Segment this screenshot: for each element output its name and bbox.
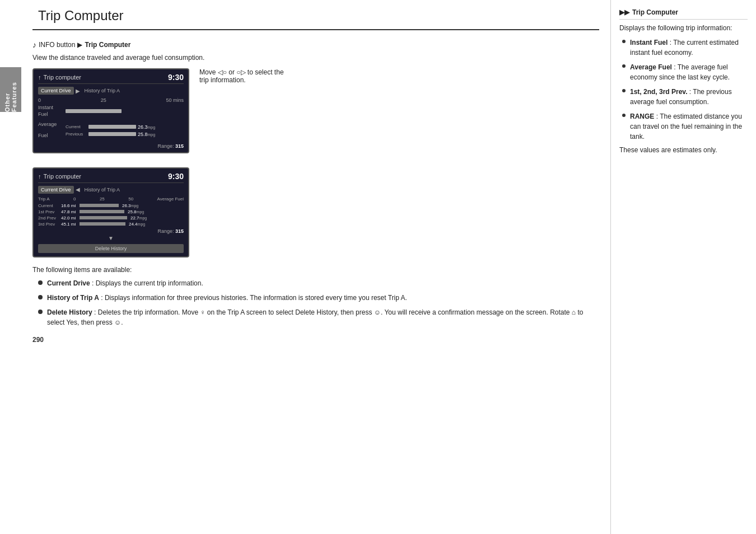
screen2-tab-active[interactable]: Current Drive	[38, 186, 74, 194]
instant-bar-fill	[66, 109, 122, 113]
screen2-time: 9:30	[168, 172, 184, 181]
info-icon: ♪	[32, 40, 36, 49]
description-text: View the distance traveled and average f…	[32, 54, 599, 62]
right-bullet-text-4: RANGE : The estimated distance you can t…	[630, 111, 748, 142]
down-arrow: ▼	[38, 235, 184, 241]
right-dot-4	[622, 114, 626, 117]
s2-current-bar	[80, 204, 119, 207]
bullet-text-1: Current Drive : Displays the current tri…	[47, 278, 203, 288]
breadcrumb-prefix: INFO button	[39, 41, 75, 49]
bullet-item-history: History of Trip A : Displays information…	[32, 293, 599, 303]
right-bullet-2: Average Fuel : The average fuel economy …	[619, 62, 748, 82]
right-dot-3	[622, 89, 626, 92]
s2-prev2-label: 2nd Prev	[38, 216, 59, 221]
right-panel-heading: Trip Computer	[632, 8, 678, 16]
screen1-title: ↑ Trip computer	[38, 74, 81, 81]
s2-prev2-bar	[80, 216, 127, 219]
bullet-list: The following items are available: Curre…	[32, 266, 599, 327]
screen1-instant-row: Instant Fuel	[38, 105, 184, 118]
page-title: Trip Computer	[38, 8, 599, 24]
bullet-term-2: History of Trip A	[47, 294, 99, 302]
right-bullet-text-2: Average Fuel : The average fuel economy …	[630, 62, 748, 82]
bullet-text-2: History of Trip A : Displays information…	[47, 293, 407, 303]
bullet-desc-1: : Displays the current trip information.	[92, 279, 203, 287]
right-term-1: Instant Fuel	[630, 39, 668, 46]
bullet-term-3: Delete History	[47, 308, 92, 316]
right-bullet-4: RANGE : The estimated distance you can t…	[619, 111, 748, 142]
s2-prev2-value: 22.7mpg	[130, 216, 147, 221]
right-bullet-text-3: 1st, 2nd, 3rd Prev. : The previous avera…	[630, 87, 748, 107]
page-number: 290	[32, 336, 599, 344]
screen1-tab-active[interactable]: Current Drive	[38, 87, 74, 95]
screen2-prev3-row: 3rd Prev 45.1 mi 24.4mpg	[38, 222, 184, 227]
s2-prev3-label: 3rd Prev	[38, 222, 59, 227]
page-header: Trip Computer	[32, 0, 599, 30]
screen1-avg-label-row: Average Fuel Current 26.3mpg Previous	[38, 119, 184, 142]
right-bullet-3: 1st, 2nd, 3rd Prev. : The previous avera…	[619, 87, 748, 107]
avg-current-bar	[88, 125, 136, 129]
screen2-scale: Trip A 0 25 50 Average Fuel	[38, 196, 184, 202]
bullets-intro: The following items are available:	[32, 266, 599, 274]
right-panel-intro: Displays the following trip information:	[619, 24, 748, 32]
right-dot-2	[622, 64, 626, 68]
avg-fuel-data: Current 26.3mpg Previous 25.8mpg	[66, 124, 184, 137]
screen1-time: 9:30	[168, 73, 184, 82]
s2-prev3-value: 24.4mpg	[129, 222, 145, 227]
right-note: These values are estimates only.	[619, 146, 748, 154]
avg-prev-row: Previous 25.8mpg	[66, 132, 184, 137]
right-term-2: Average Fuel	[630, 63, 672, 71]
screen2-range-value: 315	[175, 228, 184, 234]
delete-history-btn[interactable]: Delete History	[38, 244, 184, 253]
screen1-scale: 0 25 50 mins	[38, 97, 184, 103]
screen2-tab-inactive[interactable]: History of Trip A	[82, 186, 123, 194]
right-dot-1	[622, 40, 626, 43]
screen2-header: ↑ Trip computer 9:30	[38, 172, 184, 183]
s2-prev2-dist: 42.0 mi	[61, 216, 78, 221]
breadcrumb-bold: Trip Computer	[85, 41, 130, 49]
screen1-header: ↑ Trip computer 9:30	[38, 73, 184, 84]
bullet-desc-3: : Deletes the trip information. Move ♀ o…	[47, 308, 583, 326]
s2-prev1-bar	[80, 210, 124, 213]
bullet-text-3: Delete History : Deletes the trip inform…	[47, 307, 599, 327]
bullet-term-1: Current Drive	[47, 279, 90, 287]
screens-row: ↑ Trip computer 9:30 Current Drive ▶ His…	[32, 68, 599, 159]
screen2-title: ↑ Trip computer	[38, 173, 81, 180]
screen2-range-label: Range:	[157, 228, 174, 234]
avg-prev-bar	[88, 132, 136, 136]
avg-fuel-label: Average Fuel	[38, 119, 63, 142]
s2-prev1-dist: 47.8 mi	[61, 209, 78, 214]
instant-fuel-bar	[66, 109, 184, 113]
bullet-dot-3	[38, 310, 43, 314]
screen2-prev1-row: 1st Prev 47.8 mi 25.8mpg	[38, 209, 184, 214]
screen1-tabs: Current Drive ▶ History of Trip A	[38, 87, 184, 95]
move-instruction: Move ◁○ or ○▷ to select the trip informa…	[199, 68, 289, 84]
bullet-desc-2: : Displays information for three previou…	[101, 294, 407, 302]
main-content: Trip Computer ♪ INFO button ▶ Trip Compu…	[21, 0, 610, 534]
screen2-wrapper: ↑ Trip computer 9:30 Current Drive ◀ His…	[32, 167, 599, 257]
s2-prev3-bar	[80, 222, 125, 226]
avg-current-label: Current	[66, 124, 87, 129]
s2-prev3-dist: 45.1 mi	[61, 222, 78, 227]
avg-prev-label: Previous	[66, 132, 87, 137]
bullet-item-delete: Delete History : Deletes the trip inform…	[32, 307, 599, 327]
avg-current-value: 26.3mpg	[138, 124, 155, 130]
right-panel-icon: ▶▶	[619, 8, 629, 16]
breadcrumb: ♪ INFO button ▶ Trip Computer	[32, 40, 599, 49]
screen2-icon: ↑	[38, 173, 41, 180]
right-term-4: RANGE	[630, 113, 654, 120]
s2-prev1-label: 1st Prev	[38, 209, 59, 214]
screen1-tab-arrow: ▶	[76, 88, 80, 94]
screen1-range-row: Range: 315	[38, 143, 184, 149]
screen2-tab-arrow: ◀	[76, 186, 80, 193]
avg-current-row: Current 26.3mpg	[66, 124, 184, 130]
screen1-tab-inactive[interactable]: History of Trip A	[82, 87, 123, 95]
breadcrumb-arrow: ▶	[77, 41, 82, 49]
screen2-current-row: Current 16.6 mi 26.3mpg	[38, 203, 184, 208]
range-label: Range:	[157, 143, 174, 149]
screen2-prev2-row: 2nd Prev 42.0 mi 22.7mpg	[38, 216, 184, 221]
screen2-tabs: Current Drive ◀ History of Trip A	[38, 186, 184, 194]
screen2-mockup: ↑ Trip computer 9:30 Current Drive ◀ His…	[32, 167, 189, 257]
right-panel-title: ▶▶ Trip Computer	[619, 8, 748, 20]
screen2-range-row: Range: 315	[38, 228, 184, 234]
bullet-item-current: Current Drive : Displays the current tri…	[32, 278, 599, 288]
